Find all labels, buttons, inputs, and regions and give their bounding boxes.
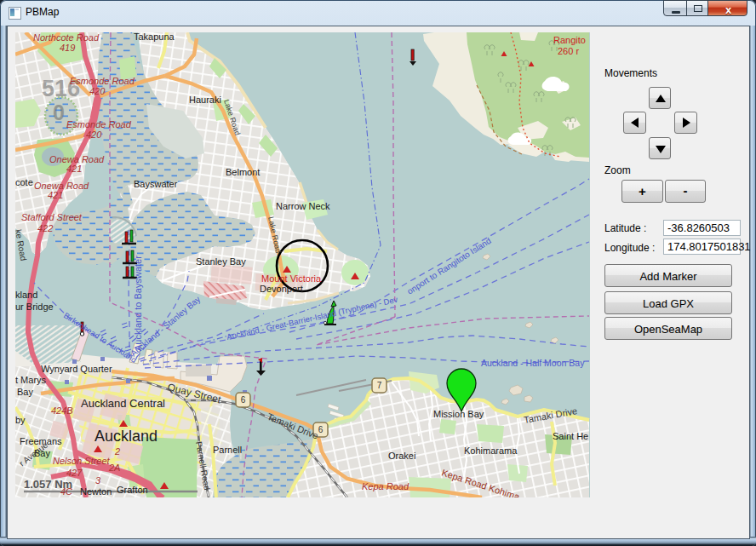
svg-text:0: 0 [53, 101, 65, 124]
svg-text:Belmont: Belmont [226, 167, 260, 177]
svg-text:7: 7 [377, 381, 382, 390]
svg-text:4C: 4C [60, 486, 72, 497]
svg-text:Newton: Newton [80, 486, 112, 497]
svg-text:Auckland: Auckland [94, 428, 158, 445]
svg-text:260 r: 260 r [558, 46, 579, 56]
svg-text:2: 2 [114, 446, 120, 457]
svg-text:Mission Bay: Mission Bay [433, 409, 484, 419]
svg-text:419: 419 [60, 43, 75, 53]
svg-text:ur Bridge: ur Bridge [15, 302, 54, 312]
svg-text:421: 421 [48, 190, 63, 200]
svg-text:by: by [15, 415, 26, 425]
svg-text:Nelson Street: Nelson Street [53, 456, 111, 466]
svg-text:Saint He: Saint He [553, 431, 588, 441]
svg-text:Hauraki: Hauraki [189, 95, 221, 105]
svg-text:Grafton: Grafton [117, 485, 148, 495]
svg-text:Wynyard Quarter: Wynyard Quarter [41, 364, 112, 374]
svg-text:Kohimarama: Kohimarama [464, 445, 518, 456]
svg-text:422: 422 [37, 223, 53, 233]
svg-text:Rangito: Rangito [553, 35, 586, 45]
svg-text:Narrow Neck: Narrow Neck [276, 201, 330, 211]
svg-text:6: 6 [241, 395, 246, 405]
svg-text:Esmonde Road: Esmonde Road [70, 76, 135, 86]
svg-text:3: 3 [95, 475, 101, 486]
svg-text:420: 420 [89, 86, 106, 96]
svg-text:Esmonde Road: Esmonde Road [66, 119, 132, 129]
svg-text:2A: 2A [108, 463, 120, 473]
svg-text:Orakei: Orakei [388, 451, 415, 461]
svg-text:cote: cote [15, 177, 33, 187]
svg-text:Auckland to Bayswater: Auckland to Bayswater [133, 256, 143, 351]
svg-text:Northcote Road: Northcote Road [33, 32, 100, 43]
svg-text:Devonport: Devonport [260, 284, 303, 294]
svg-text:421: 421 [66, 164, 82, 174]
svg-text:420: 420 [86, 129, 102, 140]
svg-text:Mount Victoria: Mount Victoria [261, 273, 322, 284]
svg-text:Bayswater: Bayswater [134, 179, 178, 189]
svg-text:427: 427 [66, 468, 83, 478]
svg-text:Stafford Street: Stafford Street [21, 212, 83, 222]
svg-text:Stanley Bay: Stanley Bay [196, 256, 246, 267]
svg-text:kland: kland [15, 290, 37, 300]
svg-text:t Marys: t Marys [15, 375, 47, 385]
svg-text:Bay: Bay [17, 387, 33, 397]
svg-text:Auckland - Half Moon Bay: Auckland - Half Moon Bay [481, 358, 585, 368]
svg-text:Kepa Road: Kepa Road [362, 481, 410, 491]
svg-text:Auckland Central: Auckland Central [81, 397, 165, 410]
svg-text:424B: 424B [51, 405, 73, 416]
svg-text:Parnell: Parnell [213, 445, 242, 455]
svg-text:Takapuna: Takapuna [134, 32, 175, 42]
